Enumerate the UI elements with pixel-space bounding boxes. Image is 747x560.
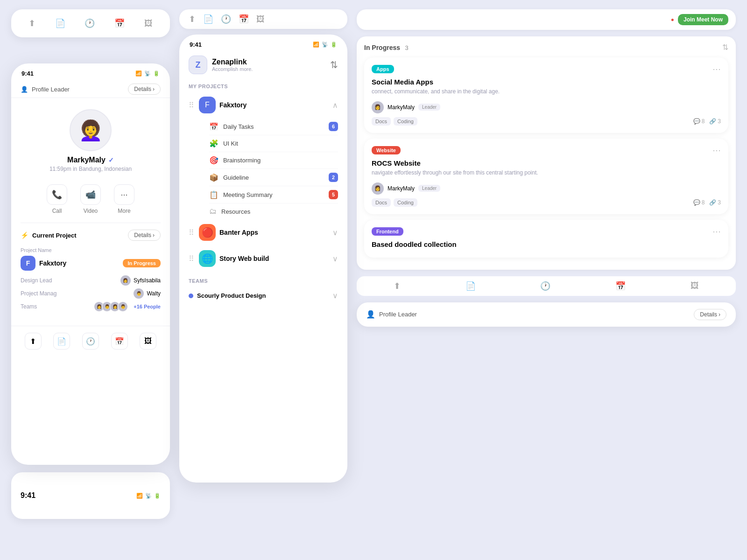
mid-top-image[interactable]: 🖼 bbox=[256, 14, 265, 24]
sub-meeting-summary-left: 📋 Meeting Summary bbox=[209, 190, 272, 199]
sub-meeting-summary[interactable]: 📋 Meeting Summary 5 bbox=[209, 186, 338, 203]
banter-name: Banter Apps bbox=[219, 229, 258, 236]
comment-icon-2: 💬 bbox=[693, 199, 700, 206]
toolbar-clock-left[interactable]: 🕐 bbox=[82, 333, 99, 350]
card-header-1: Apps ⋯ bbox=[372, 65, 721, 78]
card-user-2: 👩 MarkyMaly Leader bbox=[372, 182, 440, 195]
action-buttons: 📞 Daily Tasks Call 📹 Video ··· More bbox=[11, 178, 170, 221]
fakxtory-chevron[interactable]: ∧ bbox=[332, 101, 338, 110]
sub-guideline[interactable]: 📦 Guideline 2 bbox=[209, 169, 338, 186]
toolbar-upload-right[interactable]: ⬆ bbox=[394, 281, 401, 291]
team-scourly-name: Scourly Product Design bbox=[197, 292, 266, 299]
details-button-top[interactable]: Details › bbox=[128, 84, 161, 95]
team-scourly-chevron[interactable]: ∨ bbox=[332, 291, 338, 300]
card-more-3[interactable]: ⋯ bbox=[712, 226, 721, 237]
right-bottom-phone: 👤 Profile Leader Details › bbox=[357, 302, 736, 327]
sort-icon-right[interactable]: ⇅ bbox=[722, 43, 728, 52]
brainstorming-icon: 🎯 bbox=[209, 156, 218, 165]
details-button-project[interactable]: Details › bbox=[128, 230, 161, 241]
status-bar-mid: 9:41 📶 📡 🔋 bbox=[179, 35, 347, 51]
guideline-badge: 2 bbox=[329, 173, 338, 182]
banter-chevron[interactable]: ∨ bbox=[332, 228, 338, 237]
sort-icon[interactable]: ⇅ bbox=[330, 59, 338, 70]
avatar: 👩‍🦱 bbox=[70, 109, 112, 151]
bottom-toolbar-left: ⬆ 📄 🕐 📅 🖼 bbox=[11, 326, 170, 358]
sub-resources-left: 🗂 Resources bbox=[209, 207, 250, 216]
project-status-badge: In Progress bbox=[123, 259, 161, 267]
team-dot bbox=[189, 294, 193, 298]
toolbar-file-right[interactable]: 📄 bbox=[465, 281, 476, 291]
project-story[interactable]: ⠿ 🌐 Story Web build ∨ bbox=[179, 245, 347, 272]
daily-tasks-badge: 6 bbox=[329, 122, 338, 131]
comment-stat-1: 💬 8 bbox=[693, 118, 705, 125]
card-pills-1: Docs Coding bbox=[372, 117, 417, 126]
toolbar-icon-calendar[interactable]: 📅 bbox=[114, 18, 125, 28]
card-bottom-1: Docs Coding 💬 8 🔗 3 bbox=[372, 117, 721, 126]
project-banter[interactable]: ⠿ 🔴 Banter Apps ∨ bbox=[179, 219, 347, 245]
chevron-right-icon-r: › bbox=[719, 311, 720, 318]
details-button-right-bottom[interactable]: Details › bbox=[694, 309, 726, 320]
mid-top-calendar[interactable]: 📅 bbox=[239, 14, 249, 24]
project-fakxtory[interactable]: ⠿ F Fakxtory ∧ bbox=[179, 92, 347, 118]
mid-top-upload[interactable]: ⬆ bbox=[189, 14, 196, 24]
join-meet-button[interactable]: Join Meet Now bbox=[678, 14, 728, 25]
divider-1 bbox=[21, 223, 161, 223]
wifi-icon: 📡 bbox=[144, 70, 151, 77]
toolbar-icon-clock[interactable]: 🕐 bbox=[85, 18, 95, 28]
toolbar-icon-image[interactable]: 🖼 bbox=[144, 19, 153, 28]
toolbar-clock-right[interactable]: 🕐 bbox=[540, 281, 550, 291]
toolbar-file-left[interactable]: 📄 bbox=[53, 333, 70, 350]
toolbar-icon-upload[interactable]: ⬆ bbox=[28, 18, 35, 28]
resources-icon: 🗂 bbox=[209, 207, 217, 216]
project-story-left: ⠿ 🌐 Story Web build bbox=[189, 250, 269, 267]
more-button[interactable]: ··· More bbox=[114, 184, 134, 214]
toolbar-upload-left[interactable]: ⬆ bbox=[25, 333, 42, 350]
toolbar-image-left[interactable]: 🖼 bbox=[140, 333, 156, 350]
team-scourly[interactable]: Scourly Product Design ∨ bbox=[179, 287, 347, 305]
toolbar-calendar-left[interactable]: 📅 bbox=[111, 333, 128, 350]
drag-dots-3[interactable]: ⠿ bbox=[189, 254, 194, 263]
teams-section: TEAMS bbox=[179, 272, 347, 287]
sub-resources[interactable]: 🗂 Resources bbox=[209, 203, 338, 219]
partial-bottom-phone: 9:41 📶 📡 🔋 bbox=[11, 472, 170, 519]
card-more-1[interactable]: ⋯ bbox=[712, 64, 721, 74]
my-projects-header: MY PROJECTS bbox=[179, 78, 347, 92]
mid-top-file[interactable]: 📄 bbox=[203, 14, 213, 24]
wifi-icon-mid: 📡 bbox=[322, 42, 328, 48]
mid-top-clock[interactable]: 🕐 bbox=[221, 14, 231, 24]
verified-icon: ✓ bbox=[108, 156, 114, 164]
drag-dots-1[interactable]: ⠿ bbox=[189, 101, 194, 110]
call-label: Call bbox=[52, 208, 62, 214]
card-user-avatar-2: 👩 bbox=[372, 182, 384, 195]
sub-brainstorming[interactable]: 🎯 Brainstorming bbox=[209, 152, 338, 169]
card-stats-2: 💬 8 🔗 3 bbox=[693, 199, 721, 206]
card-more-2[interactable]: ⋯ bbox=[712, 145, 721, 155]
toolbar-calendar-right[interactable]: 📅 bbox=[615, 281, 626, 291]
battery-icon-b: 🔋 bbox=[154, 493, 161, 499]
sub-daily-tasks[interactable]: 📅 Daily Tasks 6 bbox=[209, 118, 338, 135]
right-bottom-profile-label: Profile Leader bbox=[379, 311, 417, 318]
app-header: Z Zenaplink Accomplish more. ⇅ bbox=[179, 51, 347, 78]
in-progress-label: In Progress bbox=[364, 44, 400, 51]
meeting-summary-badge: 5 bbox=[329, 190, 338, 199]
card-title-3: Based doodled collection bbox=[372, 240, 721, 248]
meeting-summary-label: Meeting Summary bbox=[223, 191, 272, 198]
project-name-row: F Fakxtory bbox=[21, 256, 66, 271]
card-tag-apps: Apps bbox=[372, 65, 394, 73]
card-stats-1: 💬 8 🔗 3 bbox=[693, 118, 721, 125]
current-project-label: ⚡ Current Project bbox=[21, 231, 77, 239]
drag-dots-2[interactable]: ⠿ bbox=[189, 228, 194, 237]
card-rocs: Website ⋯ ROCS Website navigate effortle… bbox=[364, 139, 728, 214]
ui-kit-label: UI Kit bbox=[223, 140, 238, 147]
call-button[interactable]: 📞 Daily Tasks Call bbox=[47, 184, 67, 214]
app-tagline: Accomplish more. bbox=[212, 66, 253, 72]
card-title-2: ROCS Website bbox=[372, 159, 721, 167]
sub-ui-kit[interactable]: 🧩 UI Kit bbox=[209, 135, 338, 152]
toolbar-icon-file[interactable]: 📄 bbox=[55, 18, 65, 28]
story-logo: 🌐 bbox=[199, 250, 216, 267]
red-dot-icon: ● bbox=[671, 16, 674, 23]
story-chevron[interactable]: ∨ bbox=[332, 254, 338, 263]
video-button[interactable]: 📹 Video bbox=[80, 184, 101, 214]
teams-row: Teams 👩 👨 👩 👨 +16 People bbox=[21, 301, 161, 312]
toolbar-image-right[interactable]: 🖼 bbox=[691, 281, 699, 291]
